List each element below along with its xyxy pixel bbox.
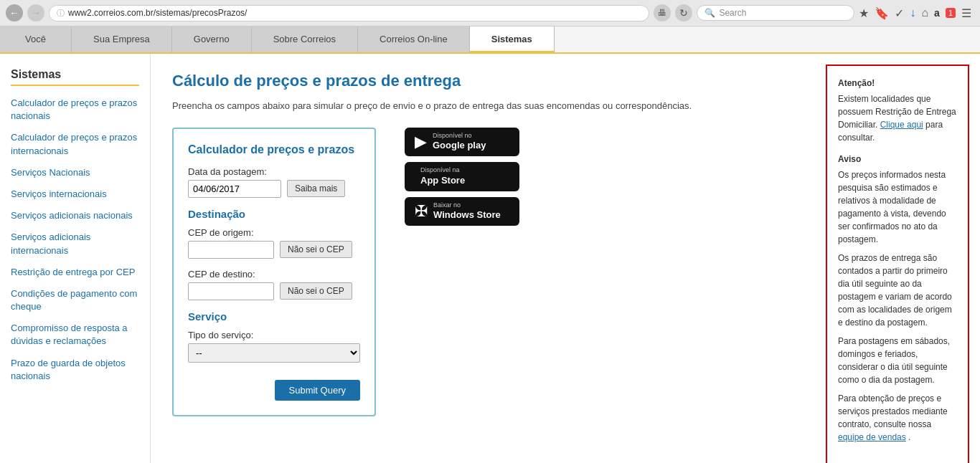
- google-play-line2: Google play: [433, 140, 486, 152]
- app-store-badge[interactable]: Disponível na App Store: [405, 162, 519, 191]
- submit-button[interactable]: Submit Query: [275, 380, 360, 401]
- date-label: Data da postagem:: [188, 166, 360, 177]
- app-store-texts: Disponível na App Store: [420, 166, 465, 187]
- cep-origem-row: CEP de origem: Não sei o CEP: [188, 227, 360, 259]
- lock-icon: ⓘ: [57, 8, 65, 19]
- nav-tab-sistemas[interactable]: Sistemas: [470, 27, 555, 52]
- tipo-servico-select[interactable]: --: [188, 343, 360, 363]
- servico-title: Serviço: [188, 310, 360, 323]
- sidebar-link-2[interactable]: Serviços Nacionais: [11, 166, 139, 179]
- destinacao-section: Destinação CEP de origem: Não sei o CEP …: [188, 208, 360, 300]
- saiba-mais-button[interactable]: Saiba mais: [287, 180, 345, 197]
- sidebar-link-7[interactable]: Condições de pagamento com cheque: [11, 287, 139, 313]
- sidebar-link-6[interactable]: Restrição de entrega por CEP: [11, 266, 139, 279]
- nav-tab-sobre[interactable]: Sobre Correios: [252, 27, 358, 52]
- aviso-p4: Para obtenção de preços e serviços prest…: [838, 392, 957, 444]
- windows-store-texts: Baixar no Windows Store: [433, 201, 501, 222]
- cep-origem-input[interactable]: [188, 241, 274, 259]
- download-icon[interactable]: ↓: [910, 6, 915, 19]
- atencao-section: Atenção! Existem localidades que possuem…: [838, 77, 957, 144]
- right-panel: Atenção! Existem localidades que possuem…: [826, 65, 969, 463]
- search-placeholder: Search: [719, 8, 746, 18]
- site-nav: Você Sua Empresa Governo Sobre Correios …: [0, 27, 980, 54]
- google-play-texts: Disponível no Google play: [433, 132, 486, 153]
- date-input-row: Saiba mais: [188, 180, 360, 198]
- search-icon: 🔍: [705, 8, 715, 18]
- aviso-p3: Para postagens em sábados, domingos e fe…: [838, 335, 957, 386]
- windows-store-badge[interactable]: ✠ Baixar no Windows Store: [405, 197, 519, 226]
- submit-row: Submit Query: [188, 373, 360, 401]
- sidebar-link-3[interactable]: Serviços internacionais: [11, 188, 139, 201]
- google-play-line1: Disponível no: [433, 132, 486, 140]
- windows-icon: ✠: [415, 202, 428, 221]
- nav-tab-governo[interactable]: Governo: [172, 27, 252, 52]
- browser-toolbar: ← → ⓘ www2.correios.com.br/sistemas/prec…: [0, 0, 980, 26]
- shield-icon[interactable]: ✓: [895, 6, 904, 20]
- destinacao-title: Destinação: [188, 208, 360, 220]
- aviso-p2: Os prazos de entrega são contados a part…: [838, 252, 957, 329]
- app-store-line1: Disponível na: [420, 166, 465, 175]
- bookmark-icon[interactable]: ★: [859, 6, 869, 20]
- page-desc: Preencha os campos abaixo para simular o…: [172, 99, 793, 113]
- aviso-p4-text: Para obtenção de preços e serviços prest…: [838, 393, 948, 429]
- tipo-servico-label: Tipo do serviço:: [188, 330, 360, 340]
- extensions-icon[interactable]: 1: [946, 8, 956, 18]
- search-bar[interactable]: 🔍 Search: [697, 5, 854, 21]
- badges-section: ▶ Disponível no Google play Disponível n…: [405, 128, 519, 226]
- aviso-p1: Os preços informados nesta pesquisa são …: [838, 168, 957, 246]
- google-play-icon: ▶: [415, 133, 427, 151]
- nao-sei-cep-destino-button[interactable]: Não sei o CEP: [280, 282, 352, 300]
- page-title: Cálculo de preços e prazos de entrega: [172, 72, 793, 90]
- monitor-icon[interactable]: 🖶: [654, 4, 671, 22]
- cep-destino-label: CEP de destino:: [188, 269, 360, 280]
- google-play-badge[interactable]: ▶ Disponível no Google play: [405, 128, 519, 157]
- sidebar-link-8[interactable]: Compromisso de resposta a dúvidas e recl…: [11, 322, 139, 348]
- date-row: Data da postagem: Saiba mais: [188, 166, 360, 198]
- address-bar[interactable]: ⓘ www2.correios.com.br/sistemas/precosPr…: [49, 5, 649, 22]
- url-text: www2.correios.com.br/sistemas/precosPraz…: [68, 8, 641, 18]
- nav-tab-voce[interactable]: Você: [0, 27, 72, 52]
- clique-aqui-link[interactable]: Clique aqui: [880, 120, 923, 130]
- home-icon[interactable]: ⌂: [921, 6, 928, 19]
- windows-store-line2: Windows Store: [433, 209, 501, 221]
- cep-origem-label: CEP de origem:: [188, 227, 360, 238]
- sidebar-link-5[interactable]: Serviços adicionais internacionais: [11, 231, 139, 257]
- sidebar-link-1[interactable]: Calculador de preços e prazos internacio…: [11, 131, 139, 157]
- atencao-title: Atenção!: [838, 77, 957, 90]
- content-area: Cálculo de preços e prazos de entrega Pr…: [151, 54, 815, 463]
- refresh-button[interactable]: ↻: [675, 4, 692, 22]
- aviso-title: Aviso: [838, 153, 957, 166]
- cep-destino-row: CEP de destino: Não sei o CEP: [188, 269, 360, 300]
- form-main-row: Calculador de preços e prazos Data da po…: [172, 128, 793, 416]
- servico-section: Serviço Tipo do serviço: --: [188, 310, 360, 363]
- toolbar-icons: ★ 🔖 ✓ ↓ ⌂ a 1 ☰: [859, 6, 974, 20]
- bookmark2-icon[interactable]: 🔖: [875, 6, 889, 20]
- calc-box-title: Calculador de preços e prazos: [188, 143, 360, 156]
- sidebar-link-9[interactable]: Prazo de guarda de objetos nacionais: [11, 357, 139, 383]
- menu-icon[interactable]: ☰: [961, 6, 971, 20]
- amazon-icon[interactable]: a: [934, 7, 940, 19]
- sidebar-link-4[interactable]: Serviços adicionais nacionais: [11, 209, 139, 222]
- cep-destino-input[interactable]: [188, 282, 274, 300]
- calc-box: Calculador de preços e prazos Data da po…: [172, 128, 376, 416]
- forward-button[interactable]: →: [27, 4, 44, 22]
- equipe-vendas-link[interactable]: equipe de vendas: [838, 432, 906, 442]
- sidebar: Sistemas Calculador de preços e prazos n…: [0, 54, 151, 463]
- cep-origem-input-row: Não sei o CEP: [188, 241, 360, 259]
- windows-store-line1: Baixar no: [433, 201, 501, 210]
- back-button[interactable]: ←: [6, 4, 23, 22]
- nav-tab-online[interactable]: Correios On-line: [358, 27, 470, 52]
- app-store-line2: App Store: [420, 175, 465, 187]
- date-input[interactable]: [188, 180, 281, 198]
- nav-tab-empresa[interactable]: Sua Empresa: [72, 27, 172, 52]
- aviso-p4-end: .: [908, 432, 910, 442]
- cep-destino-input-row: Não sei o CEP: [188, 282, 360, 300]
- sidebar-title: Sistemas: [11, 68, 139, 86]
- main-container: Sistemas Calculador de preços e prazos n…: [0, 54, 980, 463]
- browser-chrome: ← → ⓘ www2.correios.com.br/sistemas/prec…: [0, 0, 980, 27]
- aviso-section: Aviso Os preços informados nesta pesquis…: [838, 153, 957, 444]
- nao-sei-cep-origem-button[interactable]: Não sei o CEP: [280, 241, 352, 258]
- sidebar-link-0[interactable]: Calculador de preços e prazos nacionais: [11, 97, 139, 123]
